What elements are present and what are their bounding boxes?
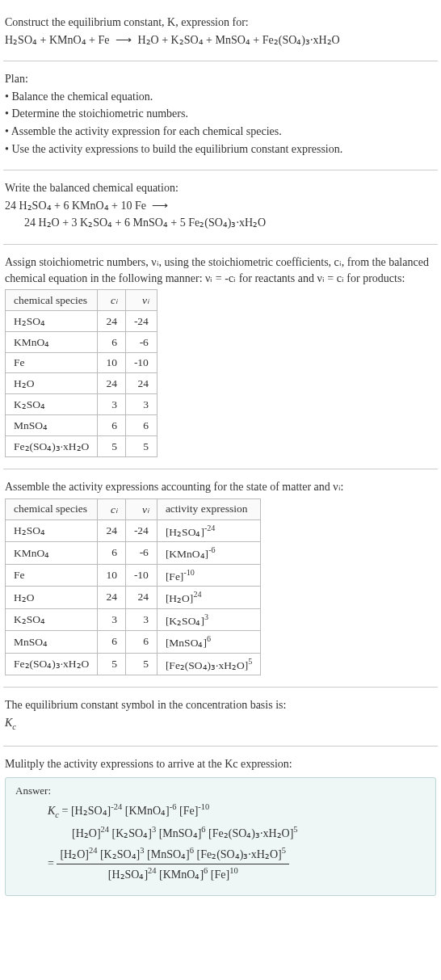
cell-vi: 24 bbox=[125, 587, 157, 609]
cell-ci: 24 bbox=[98, 519, 126, 542]
ae-base: [H₂SO₄] bbox=[166, 525, 204, 537]
expr-part: [H₂O] bbox=[72, 827, 101, 839]
cell-vi: -10 bbox=[125, 353, 157, 373]
cell-ci: 24 bbox=[98, 311, 126, 332]
ae-base: [MnSO₄] bbox=[166, 637, 207, 649]
fraction-denominator: [H₂SO₄]24 [KMnO₄]6 [Fe]10 bbox=[57, 864, 289, 884]
final-section: Mulitply the activity expressions to arr… bbox=[3, 747, 438, 907]
ae-base: [KMnO₄] bbox=[166, 548, 208, 560]
stoich-heading: Assign stoichiometric numbers, νᵢ, using… bbox=[5, 254, 436, 286]
balanced-section: Write the balanced chemical equation: 24… bbox=[3, 170, 438, 245]
cell-ci: 6 bbox=[98, 542, 126, 565]
expr-exp: 3 bbox=[152, 825, 156, 834]
expr-part: [K₂SO₄] bbox=[112, 827, 152, 839]
expr-exp: -10 bbox=[198, 802, 209, 811]
table-row: K₂SO₄33 bbox=[6, 394, 158, 415]
cell-vi: -6 bbox=[125, 332, 157, 353]
answer-box: Answer: Kc = [H₂SO₄]-24 [KMnO₄]-6 [Fe]-1… bbox=[5, 777, 436, 896]
cell-ci: 24 bbox=[98, 587, 126, 609]
cell-ci: 24 bbox=[98, 373, 126, 394]
balanced-heading: Write the balanced chemical equation: bbox=[5, 180, 436, 196]
cell-species: KMnO₄ bbox=[6, 542, 98, 565]
table-row: Fe10-10 bbox=[6, 353, 158, 373]
plan-item-1: • Balance the chemical equation. bbox=[5, 89, 436, 105]
stoich-table: chemical species cᵢ νᵢ H₂SO₄24-24 KMnO₄6… bbox=[5, 289, 158, 457]
balanced-lhs-line: 24 H₂SO₄ + 6 KMnO₄ + 10 Fe ⟶ bbox=[5, 198, 436, 214]
expr-exp: 5 bbox=[293, 825, 297, 834]
cell-ci: 3 bbox=[98, 394, 126, 415]
ae-exp: -6 bbox=[208, 545, 215, 554]
expr-exp: 6 bbox=[201, 825, 205, 834]
expr-part: [K₂SO₄] bbox=[100, 848, 140, 860]
expr-exp: -6 bbox=[170, 802, 177, 811]
kc-expression-line2: [H₂O]24 [K₂SO₄]3 [MnSO₄]6 [Fe₂(SO₄)₃·xH₂… bbox=[15, 823, 426, 843]
cell-ci: 5 bbox=[98, 436, 126, 457]
balanced-rhs: 24 H₂O + 3 K₂SO₄ + 6 MnSO₄ + 5 Fe₂(SO₄)₃… bbox=[24, 217, 266, 229]
balanced-lhs: 24 H₂SO₄ + 6 KMnO₄ + 10 Fe bbox=[5, 200, 146, 212]
table-row: KMnO₄6-6[KMnO₄]-6 bbox=[6, 542, 261, 565]
expr-part: [Fe₂(SO₄)₃·xH₂O] bbox=[208, 827, 293, 839]
expr-part: = [H₂SO₄] bbox=[62, 805, 111, 817]
expr-exp: 10 bbox=[229, 866, 238, 875]
cell-activity-expr: [Fe]-10 bbox=[157, 564, 260, 587]
cell-species: K₂SO₄ bbox=[6, 608, 98, 631]
expr-exp: 24 bbox=[148, 866, 157, 875]
cell-ci: 6 bbox=[98, 332, 126, 353]
stoich-section: Assign stoichiometric numbers, νᵢ, using… bbox=[3, 245, 438, 469]
intro-equation: H₂SO₄ + KMnO₄ + Fe ⟶ H₂O + K₂SO₄ + MnSO₄… bbox=[5, 32, 436, 48]
equals-sign: = bbox=[48, 857, 57, 869]
cell-ci: 10 bbox=[98, 353, 126, 373]
cell-species: H₂O bbox=[6, 587, 98, 609]
expr-exp: 24 bbox=[101, 825, 110, 834]
cell-vi: 6 bbox=[125, 631, 157, 654]
kc-expression-line1: Kc = [H₂SO₄]-24 [KMnO₄]-6 [Fe]-10 bbox=[15, 801, 426, 822]
expr-exp: -24 bbox=[111, 802, 122, 811]
expr-exp: 6 bbox=[190, 846, 194, 855]
kc-expression-fraction: = [H₂O]24 [K₂SO₄]3 [MnSO₄]6 [Fe₂(SO₄)₃·x… bbox=[15, 844, 426, 884]
plan-section: Plan: • Balance the chemical equation. •… bbox=[3, 61, 438, 170]
answer-label: Answer: bbox=[15, 784, 426, 797]
expr-part: [Fe] bbox=[179, 805, 198, 817]
cell-vi: 3 bbox=[125, 608, 157, 631]
activity-heading: Assemble the activity expressions accoun… bbox=[5, 479, 436, 495]
page: Construct the equilibrium constant, K, e… bbox=[0, 0, 441, 912]
table-row: MnSO₄66 bbox=[6, 415, 158, 436]
kc-symbol: Kc bbox=[48, 805, 59, 817]
col-species: chemical species bbox=[6, 498, 98, 519]
plan-item-3: • Assemble the activity expression for e… bbox=[5, 124, 436, 140]
cell-activity-expr: [Fe₂(SO₄)₃·xH₂O]5 bbox=[157, 653, 260, 675]
expr-part: [MnSO₄] bbox=[147, 848, 190, 860]
expr-part: [KMnO₄] bbox=[125, 805, 170, 817]
intro-section: Construct the equilibrium constant, K, e… bbox=[3, 5, 438, 61]
cell-vi: -6 bbox=[125, 542, 157, 565]
ae-base: [K₂SO₄] bbox=[166, 614, 204, 626]
cell-ci: 10 bbox=[98, 564, 126, 587]
reaction-arrow-icon: ⟶ bbox=[149, 200, 171, 212]
kc-letter: K bbox=[5, 717, 12, 729]
cell-vi: 5 bbox=[125, 436, 157, 457]
cell-species: KMnO₄ bbox=[6, 332, 98, 353]
reaction-arrow-icon: ⟶ bbox=[112, 34, 135, 46]
ae-exp: -24 bbox=[204, 524, 215, 532]
ae-exp: 6 bbox=[207, 634, 211, 643]
expr-part: [Fe₂(SO₄)₃·xH₂O] bbox=[196, 848, 281, 860]
kc-sub: c bbox=[12, 722, 16, 731]
table-row: Fe10-10[Fe]-10 bbox=[6, 564, 261, 587]
table-row: Fe₂(SO₄)₃·xH₂O55 bbox=[6, 436, 158, 457]
table-row: H₂SO₄24-24[H₂SO₄]-24 bbox=[6, 519, 261, 542]
plan-item-4: • Use the activity expressions to build … bbox=[5, 141, 436, 158]
expr-exp: 24 bbox=[89, 846, 98, 855]
col-ci: cᵢ bbox=[98, 290, 126, 311]
table-row: MnSO₄66[MnSO₄]6 bbox=[6, 631, 261, 654]
expr-exp: 5 bbox=[282, 846, 286, 855]
ae-exp: 3 bbox=[204, 612, 208, 621]
plan-item-2: • Determine the stoichiometric numbers. bbox=[5, 106, 436, 122]
cell-species: Fe bbox=[6, 353, 98, 373]
ae-base: [Fe] bbox=[166, 570, 184, 582]
cell-activity-expr: [KMnO₄]-6 bbox=[157, 542, 260, 565]
cell-activity-expr: [H₂O]24 bbox=[157, 587, 260, 609]
table-row: H₂O2424 bbox=[6, 373, 158, 394]
table-row: H₂SO₄24-24 bbox=[6, 311, 158, 332]
cell-species: H₂O bbox=[6, 373, 98, 394]
cell-species: MnSO₄ bbox=[6, 631, 98, 654]
